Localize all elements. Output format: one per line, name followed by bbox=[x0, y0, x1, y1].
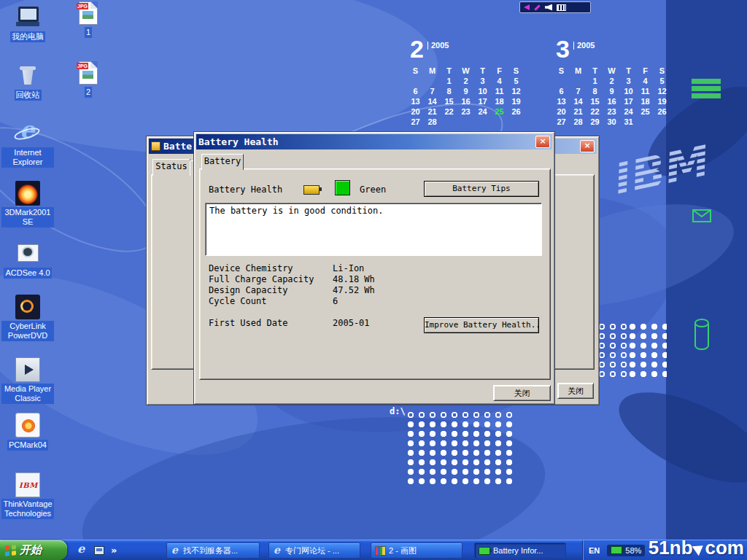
quick-launch: » bbox=[71, 540, 121, 560]
calendar-weekday: T bbox=[441, 66, 457, 76]
calendar-day: 14 bbox=[570, 96, 587, 106]
calendar-day: 22 bbox=[441, 106, 457, 117]
desktop-icon-label: Media Player Classic bbox=[1, 384, 54, 404]
calendar-day: 1 bbox=[587, 76, 603, 86]
desktop: IBM d:\ 2 2005 SMTWTFS 12345678910111213… bbox=[0, 0, 747, 560]
calendar-weekday: S bbox=[407, 66, 424, 76]
desktop-icon-powerdvd[interactable]: CyberLink PowerDVD bbox=[1, 295, 54, 341]
calendar-day: 21 bbox=[424, 106, 441, 117]
calendar-days: 1234567891011121314151617181920212223242… bbox=[407, 76, 527, 127]
calendar-february: 2 2005 SMTWTFS 1234567891011121314151617… bbox=[407, 36, 527, 127]
desktop-icon-3dmark2001[interactable]: 3DMark2001 SE bbox=[1, 181, 54, 228]
battery-icon bbox=[303, 185, 320, 195]
calendar-march: 3 2005 SMTWTFS 1234567891011121314151617… bbox=[553, 36, 673, 127]
calendar-day bbox=[407, 76, 424, 86]
battery-tips-button[interactable]: Battery Tips bbox=[424, 181, 539, 197]
language-indicator[interactable]: EN bbox=[589, 546, 600, 555]
calendar-header: 3 2005 bbox=[553, 36, 673, 66]
task-label: 专门网论坛 - ... bbox=[285, 545, 339, 556]
desktop-icon-my-computer[interactable]: 我的电脑 bbox=[1, 4, 54, 42]
calendar-day bbox=[474, 117, 491, 127]
desktop-icon-recycle-bin[interactable]: 回收站 bbox=[1, 63, 54, 101]
battery-percent: 58% bbox=[625, 546, 641, 555]
calendar-day: 1 bbox=[441, 76, 457, 86]
task-label: 找不到服务器... bbox=[183, 545, 238, 556]
desktop-icon-label: 3DMark2001 SE bbox=[1, 207, 54, 228]
calendar-day: 20 bbox=[553, 106, 570, 117]
keyboard-icon[interactable] bbox=[557, 4, 566, 11]
calendar-weekday: F bbox=[637, 66, 654, 76]
calendar-day bbox=[491, 117, 508, 127]
dialog-title: Battery Health bbox=[198, 136, 279, 147]
taskbar: 开始 » 找不到服务器... 专门网论坛 - ... 2 - 画图 Batter… bbox=[0, 540, 747, 560]
calendar-day: 28 bbox=[424, 117, 441, 127]
desktop-icon-acdsee[interactable]: ACDSee 4.0 bbox=[1, 241, 54, 279]
battery-health-dialog: Battery Health × Battery Battery Health … bbox=[193, 131, 555, 405]
close-button[interactable]: 关闭 bbox=[493, 385, 551, 401]
database-icon bbox=[693, 318, 711, 351]
task-ie-forum[interactable]: 专门网论坛 - ... bbox=[268, 542, 360, 559]
desktop-icon-thinkvantage[interactable]: ThinkVantage Technologies bbox=[1, 472, 54, 519]
calendar-day: 22 bbox=[587, 106, 603, 117]
calendar-day: 9 bbox=[457, 86, 474, 96]
desktop-file-2[interactable]: JPG 2 bbox=[70, 61, 107, 98]
calendar-weekday: S bbox=[654, 66, 670, 76]
calendar-day: 6 bbox=[553, 86, 570, 96]
calendar-day: 3 bbox=[620, 76, 637, 86]
tab-status[interactable]: Status bbox=[152, 159, 190, 176]
handwriting-icon[interactable] bbox=[534, 4, 540, 10]
calendar-weekday: M bbox=[570, 66, 587, 76]
calendar-day bbox=[570, 76, 587, 86]
battery-icon bbox=[611, 546, 622, 554]
calendar-day: 21 bbox=[570, 106, 587, 117]
close-button[interactable]: 关闭 bbox=[557, 383, 594, 399]
task-label: 2 - 画图 bbox=[389, 545, 417, 556]
window-title: Batte bbox=[163, 141, 192, 152]
calendar-day: 23 bbox=[457, 106, 474, 117]
calendar-day: 2 bbox=[457, 76, 474, 86]
calendar-day: 5 bbox=[508, 76, 525, 86]
calendar-month-number: 3 bbox=[556, 36, 570, 61]
close-icon[interactable]: × bbox=[580, 140, 595, 152]
desktop-icon-internet-explorer[interactable]: Internet Explorer bbox=[1, 121, 54, 168]
dot-pattern bbox=[597, 322, 627, 379]
desktop-file-1[interactable]: JPG 1 bbox=[70, 1, 107, 38]
task-label: Battery Infor... bbox=[493, 546, 543, 555]
dot-pattern bbox=[627, 322, 667, 379]
close-icon[interactable]: × bbox=[535, 136, 550, 148]
media-player-classic-icon bbox=[15, 357, 40, 382]
calendar-day: 28 bbox=[570, 117, 587, 127]
desktop-icon-media-player-classic[interactable]: Media Player Classic bbox=[1, 357, 54, 404]
calendar-day: 9 bbox=[603, 86, 620, 96]
task-paint[interactable]: 2 - 画图 bbox=[371, 542, 462, 559]
field-label: Full Charge Capacity bbox=[209, 274, 314, 284]
calendar-day: 30 bbox=[603, 117, 620, 127]
improve-battery-health-button[interactable]: Improve Battery Health... bbox=[424, 317, 539, 333]
calendar-day: 7 bbox=[570, 86, 587, 96]
calendar-day: 10 bbox=[620, 86, 637, 96]
tab-battery[interactable]: Battery bbox=[201, 154, 244, 170]
calendar-weekday: S bbox=[553, 66, 570, 76]
calendar-weekday: S bbox=[508, 66, 525, 76]
language-toolbar[interactable] bbox=[519, 1, 591, 13]
show-desktop-icon[interactable] bbox=[94, 546, 104, 555]
calendar-weekday: W bbox=[457, 66, 474, 76]
calendar-day bbox=[424, 76, 441, 86]
ie-icon bbox=[171, 546, 180, 556]
chevron-icon[interactable]: » bbox=[111, 540, 117, 560]
task-ie-server-not-found[interactable]: 找不到服务器... bbox=[166, 542, 260, 559]
task-battery-information[interactable]: Battery Infor... bbox=[474, 542, 566, 559]
battery-tray-badge[interactable]: 58% bbox=[607, 545, 645, 556]
dialog-titlebar[interactable]: Battery Health × bbox=[196, 134, 552, 149]
start-button[interactable]: 开始 bbox=[0, 540, 67, 560]
battery-app-icon bbox=[151, 141, 160, 151]
desktop-icon-pcmark04[interactable]: PCMark04 bbox=[1, 413, 54, 451]
lang-icon[interactable] bbox=[524, 4, 530, 10]
ie-icon[interactable] bbox=[76, 545, 88, 556]
recycle-bin-icon bbox=[15, 63, 40, 88]
calendar-month-number: 2 bbox=[410, 36, 424, 61]
speaker-icon[interactable] bbox=[545, 4, 552, 11]
calendar-day: 26 bbox=[508, 106, 525, 117]
calendar-day: 27 bbox=[553, 117, 570, 127]
calendar-day: 27 bbox=[407, 117, 424, 127]
